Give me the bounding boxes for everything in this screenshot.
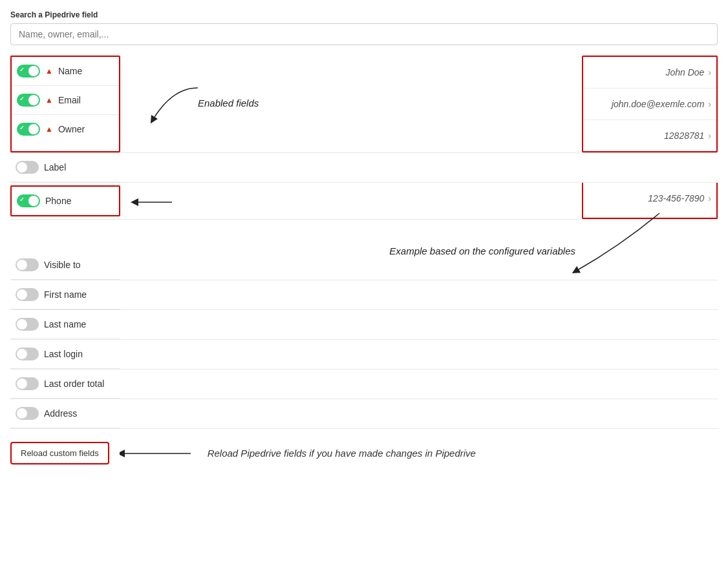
- search-section: Search a Pipedrive field: [10, 10, 718, 45]
- field-icon-email: ▲: [45, 96, 53, 105]
- toggle-address[interactable]: [16, 407, 39, 420]
- preview-panel: John Doe › john.doe@exemle.com › 1282878…: [582, 56, 718, 152]
- preview-item-email: john.doe@exemle.com ›: [583, 88, 716, 120]
- field-label-visible-to: Visible to: [44, 260, 81, 270]
- chevron-icon-email: ›: [708, 99, 711, 109]
- preview-item-name: John Doe ›: [583, 57, 716, 88]
- chevron-icon-name: ›: [708, 67, 711, 78]
- field-item-address: Address: [10, 399, 120, 428]
- toggle-name[interactable]: ✓: [17, 65, 40, 78]
- field-item-last-order-total: Last order total: [10, 369, 120, 399]
- reload-description: Reload Pipedrive fields if you have made…: [208, 448, 476, 459]
- toggle-visible-to[interactable]: [16, 258, 39, 271]
- toggle-first-name[interactable]: [16, 288, 39, 301]
- toggle-last-order-total[interactable]: [16, 377, 39, 390]
- reload-arrow-icon: [120, 447, 197, 460]
- field-label-label: Label: [44, 162, 66, 172]
- enabled-fields-group: ✓ ▲ Name ✓ ▲: [10, 56, 120, 152]
- field-icon-name: ▲: [45, 67, 53, 76]
- chevron-icon-phone: ›: [708, 193, 711, 203]
- toggle-phone[interactable]: ✓: [17, 194, 40, 207]
- field-item-name: ✓ ▲ Name: [12, 57, 119, 86]
- field-label-address: Address: [44, 408, 77, 419]
- field-item-email: ✓ ▲ Email: [12, 86, 119, 115]
- field-label-last-order-total: Last order total: [44, 379, 104, 389]
- arrow-phone: [127, 186, 178, 218]
- field-item-label: Label: [10, 153, 120, 182]
- field-label-last-login: Last login: [44, 349, 83, 359]
- field-item-last-login: Last login: [10, 340, 120, 369]
- field-item-last-name: Last name: [10, 310, 120, 339]
- search-label: Search a Pipedrive field: [10, 10, 718, 19]
- chevron-icon-owner: ›: [708, 130, 711, 141]
- reload-button[interactable]: Reload custom fields: [10, 442, 109, 464]
- toggle-owner[interactable]: ✓: [17, 123, 40, 136]
- preview-item-phone: 123-456-7890 ›: [583, 183, 716, 214]
- preview-value-email: john.doe@exemle.com: [612, 99, 704, 109]
- preview-value-phone: 123-456-7890: [648, 193, 704, 203]
- field-item-first-name: First name: [10, 280, 120, 309]
- toggle-email[interactable]: ✓: [17, 94, 40, 107]
- field-icon-owner: ▲: [45, 125, 53, 134]
- toggle-last-login[interactable]: [16, 348, 39, 360]
- field-label-phone: Phone: [45, 196, 71, 206]
- field-label-owner: Owner: [58, 124, 85, 134]
- preview-item-owner: 12828781 ›: [583, 120, 716, 151]
- preview-value-owner: 12828781: [664, 130, 704, 141]
- toggle-label[interactable]: [16, 161, 39, 174]
- field-item-owner: ✓ ▲ Owner: [12, 115, 119, 143]
- search-input[interactable]: [10, 23, 718, 45]
- field-item-visible-to: Visible to: [10, 251, 120, 280]
- field-label-name: Name: [58, 66, 82, 76]
- toggle-last-name[interactable]: [16, 318, 39, 331]
- field-label-first-name: First name: [44, 289, 87, 300]
- preview-value-name: John Doe: [665, 67, 704, 78]
- field-item-phone: ✓ Phone: [12, 187, 119, 215]
- field-label-last-name: Last name: [44, 319, 86, 329]
- annotation-enabled-fields: Enabled fields: [198, 98, 259, 109]
- annotation-example: Example based on the configured variable…: [389, 245, 575, 256]
- field-label-email: Email: [58, 95, 81, 105]
- reload-section: Reload custom fields Reload Pipedrive fi…: [10, 442, 718, 464]
